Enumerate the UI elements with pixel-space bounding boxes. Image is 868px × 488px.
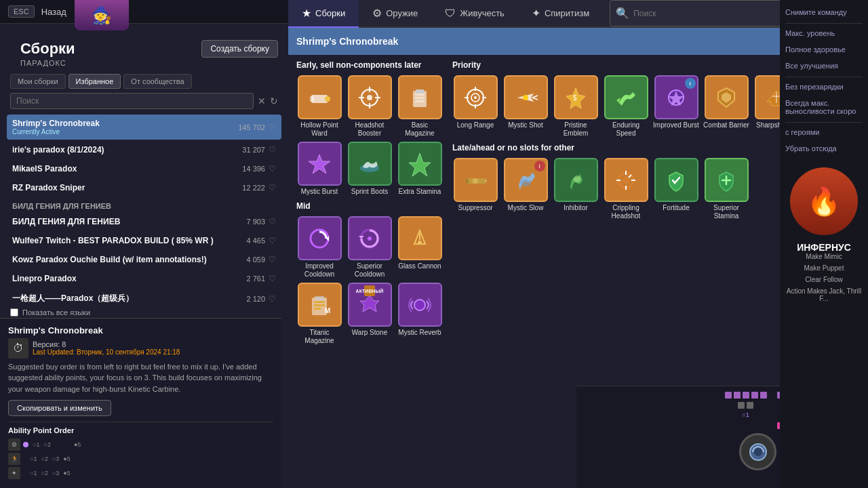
- heart-icon[interactable]: ♡: [269, 274, 276, 283]
- item-icon: [298, 142, 342, 186]
- left-panel: ESC Назад 🧙 Сборки ПАРАДОКС Создать сбор…: [0, 0, 288, 488]
- heart-icon[interactable]: ♡: [269, 164, 276, 174]
- build-tabs: Мои сборки Избранное От сообщества: [0, 74, 288, 89]
- ability-icon-1: ⚙: [8, 439, 20, 451]
- search-clear-button[interactable]: ✕: [258, 96, 266, 106]
- svg-marker-31: [360, 296, 379, 312]
- tab-weapons[interactable]: ⚙ Оружие: [359, 0, 431, 28]
- item-card-combat-barrier[interactable]: Combat Barrier: [703, 75, 749, 138]
- item-card-titanic-magazine[interactable]: M Titanic Magazine: [296, 283, 342, 345]
- item-card-enduring-speed[interactable]: Enduring Speed: [603, 75, 649, 138]
- copy-build-button[interactable]: Скопировать и изменить: [8, 400, 111, 416]
- items-left-column: Early, sell non-components later Hollow …: [296, 60, 446, 350]
- item-card-basic-magazine[interactable]: Basic Magazine: [397, 75, 443, 138]
- item-icon: [705, 75, 749, 119]
- tab-community[interactable]: От сообщества: [123, 74, 191, 89]
- item-icon: [398, 216, 442, 260]
- item-card-improved-burst[interactable]: i Improved Burst: [653, 75, 699, 138]
- item-card-sprint-boots[interactable]: Sprint Boots: [347, 142, 393, 196]
- early-items-grid: Hollow Point Ward Headshot Booster Basic…: [296, 75, 446, 196]
- build-item[interactable]: Kowz Paradox Ouchie Build (w/ item annot…: [7, 251, 281, 268]
- item-card-warp-stone[interactable]: АКТИВНЫЙ Warp Stone: [347, 283, 393, 345]
- tab-builds-label: Сборки: [315, 8, 345, 18]
- item-card-headshot-booster[interactable]: Headshot Booster: [347, 75, 393, 138]
- sidebar-link-7[interactable]: с героями: [785, 127, 863, 138]
- ability-row: ⚙ ○1 ○2 ●5: [8, 439, 273, 451]
- item-card-glass-cannon[interactable]: Glass Cannon: [397, 216, 443, 279]
- item-card-fortitude[interactable]: Fortitude: [653, 158, 699, 220]
- skill-icon-1[interactable]: [739, 433, 776, 470]
- item-card-mystic-shot[interactable]: Mystic Shot: [502, 75, 549, 138]
- tab-spirit[interactable]: ✦ Спиритизм: [518, 0, 603, 28]
- item-icon: [604, 75, 648, 119]
- create-build-button[interactable]: Создать сборку: [201, 40, 278, 58]
- hero-name: ИНФЕРНУС: [785, 242, 863, 253]
- refresh-button[interactable]: ↻: [270, 96, 278, 106]
- item-card-improved-cooldown[interactable]: Improved Cooldown: [296, 216, 342, 279]
- heart-icon[interactable]: ♡: [269, 236, 276, 245]
- item-card-crippling-headshot[interactable]: Crippling Headshot: [603, 158, 649, 220]
- build-item[interactable]: Linepro Paradox 2 761 ♡: [7, 270, 281, 287]
- tab-my-builds[interactable]: Мои сборки: [10, 74, 66, 89]
- sidebar-link-3[interactable]: Полное здоровье: [785, 44, 863, 55]
- section-title: Сборки: [10, 32, 85, 59]
- spirit-tab-icon: ✦: [532, 7, 540, 20]
- item-card-mystic-reverb[interactable]: Mystic Reverb: [397, 283, 443, 345]
- item-card-pristine-emblem[interactable]: $ Pristine Emblem: [553, 75, 599, 138]
- item-card-extra-stamina[interactable]: Extra Stamina: [397, 142, 443, 196]
- build-item[interactable]: БИЛД ГЕНИЯ ДЛЯ ГЕНИЕВ 7 903 ♡: [7, 213, 281, 230]
- search-icon: 🔍: [616, 7, 629, 20]
- item-card-superior-stamina[interactable]: Superior Stamina: [703, 158, 749, 220]
- vitality-tab-icon: 🛡: [445, 7, 456, 20]
- sidebar-link-1[interactable]: Снимите команду: [785, 7, 863, 18]
- item-name: Mystic Reverb: [398, 329, 441, 337]
- item-card-mystic-slow[interactable]: ! Mystic Slow: [502, 158, 549, 220]
- build-item[interactable]: Wulfee7 Twitch - BEST PARADOX BUILD ( 85…: [7, 232, 281, 249]
- svg-rect-27: [314, 301, 325, 303]
- build-item[interactable]: irie's paradox (8/1/2024) 31 207 ♡: [7, 141, 281, 159]
- item-name: Improved Burst: [653, 121, 699, 129]
- item-card-superior-cooldown[interactable]: Superior Cooldown: [347, 216, 393, 279]
- item-card-hollow-point[interactable]: Hollow Point Ward: [296, 75, 342, 138]
- sidebar-link-2[interactable]: Макс. уровень: [785, 28, 863, 39]
- build-item[interactable]: MikaelS Paradox 14 396 ♡: [7, 160, 281, 178]
- sidebar-link-4[interactable]: Все улучшения: [785, 60, 863, 71]
- build-item[interactable]: 一枪超人——Paradox（超级兵） 2 120 ♡: [7, 289, 281, 304]
- sidebar-link-8[interactable]: Убрать отсюда: [785, 143, 863, 154]
- tab-favorites[interactable]: Избранное: [68, 74, 121, 89]
- item-card-suppressor[interactable]: Suppressor: [452, 158, 498, 220]
- build-item[interactable]: Shrimp's Chronobreak Currently Active 14…: [7, 115, 281, 140]
- tab-weapons-label: Оружие: [386, 8, 418, 18]
- item-name: Extra Stamina: [399, 188, 441, 196]
- heart-icon[interactable]: ♡: [269, 183, 276, 192]
- browse-title: Shrimp's Chronobreak: [296, 36, 398, 47]
- avatar: 🧙: [75, 0, 129, 30]
- early-section-label: Early, sell non-components later: [296, 60, 446, 70]
- language-checkbox[interactable]: [10, 308, 18, 317]
- svg-rect-28: [314, 304, 325, 306]
- svg-rect-10: [416, 89, 424, 94]
- item-card-long-range[interactable]: Long Range: [452, 75, 498, 138]
- svg-rect-11: [415, 94, 425, 96]
- heart-icon[interactable]: ♡: [269, 294, 276, 304]
- tab-vitality[interactable]: 🛡 Живучесть: [431, 0, 518, 28]
- tab-builds[interactable]: ★ Сборки: [288, 0, 359, 28]
- item-name: Mystic Shot: [508, 121, 543, 129]
- item-icon: [454, 158, 498, 202]
- sidebar-link-5[interactable]: Без перезарядки: [785, 81, 863, 92]
- heart-icon[interactable]: ♡: [269, 123, 276, 132]
- skill-level-1: ○1: [725, 392, 767, 418]
- item-card-inhibitor[interactable]: Inhibitor: [553, 158, 599, 220]
- build-item[interactable]: RZ Paradox Sniper 12 222 ♡: [7, 179, 281, 197]
- heart-icon[interactable]: ♡: [269, 255, 276, 264]
- blue-badge: i: [685, 78, 696, 89]
- search-input[interactable]: [10, 93, 254, 109]
- item-card-mystic-burst[interactable]: Mystic Burst: [296, 142, 342, 196]
- heart-icon[interactable]: ♡: [269, 217, 276, 226]
- ability-icon-3: ✦: [8, 467, 20, 479]
- item-name: Improved Cooldown: [296, 262, 342, 279]
- sidebar-link-6[interactable]: Всегда макс. выносливости скоро: [785, 98, 863, 117]
- svg-point-40: [523, 95, 528, 100]
- heart-icon[interactable]: ♡: [269, 145, 276, 155]
- esc-button[interactable]: ESC: [8, 5, 35, 18]
